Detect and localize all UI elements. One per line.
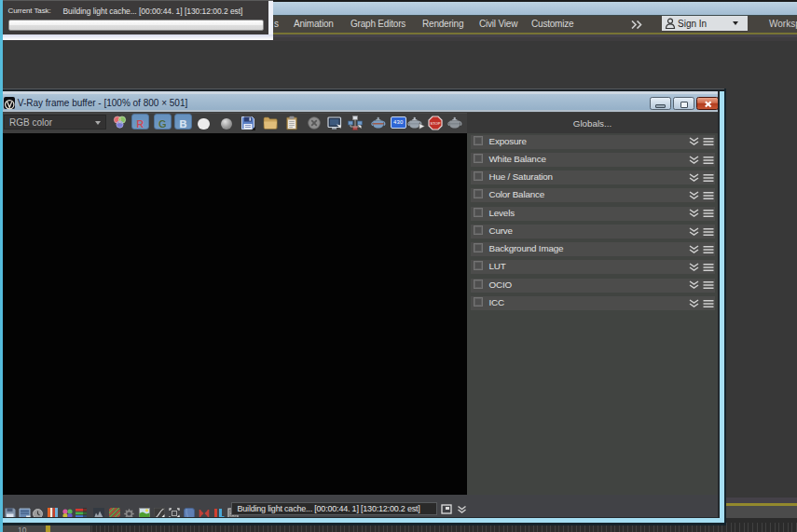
svg-text:STOP: STOP xyxy=(431,121,441,126)
